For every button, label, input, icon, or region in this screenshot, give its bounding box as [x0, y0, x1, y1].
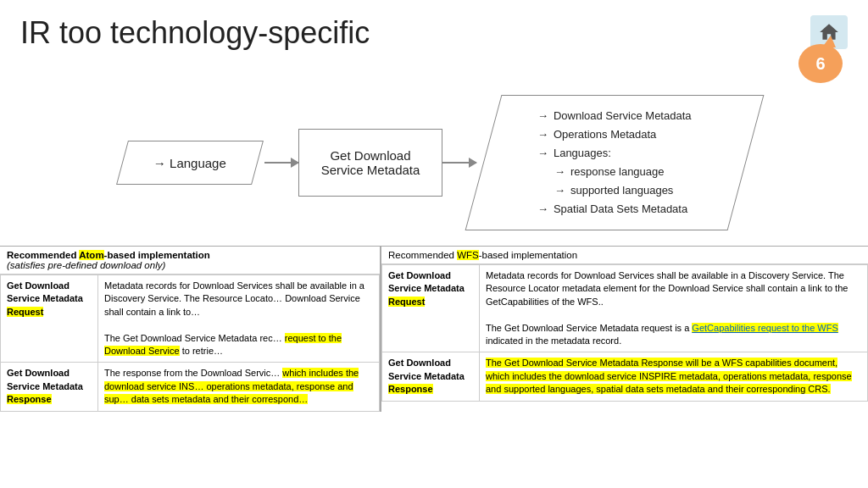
table-left-header-sub: (satisfies pre-defined download only): [7, 260, 165, 270]
home-badge-container: 6: [780, 15, 848, 83]
page-number-badge: 6: [798, 44, 843, 83]
page-title: IR too technology-specific: [20, 15, 370, 51]
output-item-2: → Operations Metadata: [537, 125, 692, 144]
input-shape: → Language: [116, 141, 264, 185]
row-content-request-right: Metadata records for Download Services s…: [480, 265, 868, 352]
response-highlight-left: which includes the download service INS……: [104, 368, 359, 404]
center-box-label: Get DownloadService Metadata: [321, 148, 420, 177]
output-item-6: → Spatial Data Sets Metadata: [537, 200, 692, 219]
row-label-response-left: Get DownloadService MetadataResponse: [1, 363, 98, 411]
arrow-2: [442, 162, 476, 164]
table-right-header: Recommended WFS-based implementation: [381, 247, 868, 264]
output-item-1: → Download Service Metadata: [537, 107, 692, 125]
input-label: → Language: [153, 156, 226, 170]
row-content-response-right: The Get Download Service Metadata Respon…: [480, 352, 868, 401]
output-item-5: → supported languages: [554, 181, 692, 200]
table-row: Get DownloadService MetadataResponse The…: [1, 363, 380, 411]
arrow-1: [264, 162, 298, 164]
table-right-header-text2: -based implementation: [479, 250, 577, 260]
row-label-request-right: Get DownloadService MetadataRequest: [382, 265, 480, 352]
getcapabilities-highlight: GetCapabilities request to the WFS: [692, 323, 837, 333]
diagram: → Language Get DownloadService Metadata …: [0, 86, 868, 239]
output-item-3: → Languages:: [537, 144, 692, 163]
table-row: Get DownloadService MetadataResponse The…: [382, 352, 868, 401]
table-left-header: Recommended Atom-based implementation (s…: [0, 247, 380, 274]
table-right: Recommended WFS-based implementation Get…: [381, 247, 868, 412]
row-label-response-right: Get DownloadService MetadataResponse: [382, 352, 480, 401]
row-content-response-left: The response from the Download Servic… w…: [98, 363, 380, 411]
table-right-header-text1: Recommended: [388, 250, 457, 260]
table-left-content: Get DownloadService MetadataRequest Meta…: [0, 274, 380, 412]
table-left-atom-highlight: Atom: [79, 250, 103, 260]
center-box: Get DownloadService Metadata: [298, 129, 442, 197]
output-list: → Download Service Metadata → Operations…: [524, 102, 705, 225]
request-highlight-left: request to the Download Service: [104, 333, 342, 356]
table-right-content: Get DownloadService MetadataRequest Meta…: [381, 264, 868, 402]
table-row: Get DownloadService MetadataRequest Meta…: [1, 275, 380, 363]
table-left-header-text2: -based implementation: [104, 250, 210, 260]
output-item-4: → response language: [554, 163, 692, 181]
tables-container: Recommended Atom-based implementation (s…: [0, 246, 868, 412]
table-right-wfs-highlight: WFS: [457, 250, 479, 260]
table-left: Recommended Atom-based implementation (s…: [0, 247, 381, 412]
output-shape: → Download Service Metadata → Operations…: [465, 95, 765, 230]
row-label-request-left: Get DownloadService MetadataRequest: [1, 275, 98, 363]
header: IR too technology-specific 6: [0, 0, 868, 83]
row-content-request-left: Metadata records for Download Services s…: [98, 275, 380, 363]
table-left-header-text1: Recommended: [7, 250, 79, 260]
response-highlight-right: The Get Download Service Metadata Respon…: [486, 358, 852, 394]
table-row: Get DownloadService MetadataRequest Meta…: [382, 265, 868, 352]
